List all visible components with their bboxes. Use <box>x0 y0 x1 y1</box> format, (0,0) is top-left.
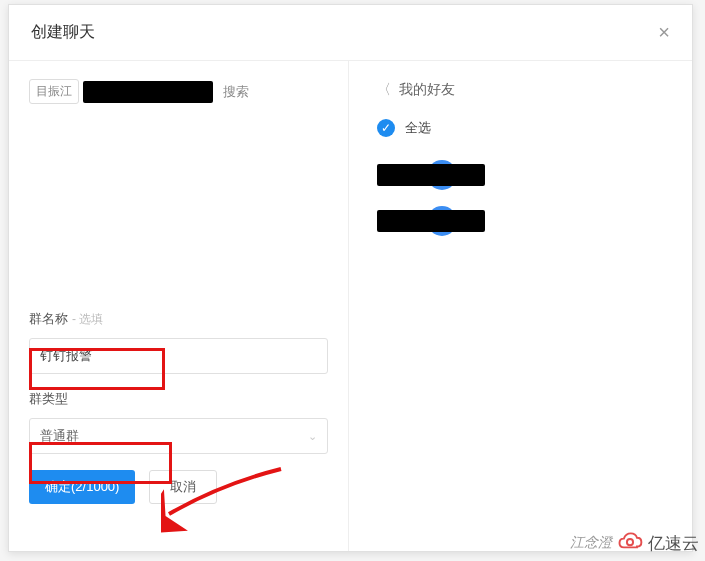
create-chat-dialog: 创建聊天 × 目振江 搜索 群名称- 选填 群类型 普通群 ⌄ 确定(2/100… <box>8 4 693 552</box>
spacer <box>29 114 328 294</box>
checkbox-checked-icon[interactable] <box>377 119 395 137</box>
svg-point-0 <box>627 539 633 545</box>
action-row: 确定(2/1000) 取消 <box>29 470 328 504</box>
chevron-left-icon: 〈 <box>377 81 391 99</box>
cloud-logo-icon <box>616 529 644 557</box>
friend-item[interactable] <box>377 161 664 189</box>
group-type-value: 普通群 <box>40 427 79 445</box>
group-name-label: 群名称- 选填 <box>29 310 328 328</box>
selected-contact-chip[interactable]: 目振江 <box>29 79 79 104</box>
group-type-label: 群类型 <box>29 390 328 408</box>
redacted-content <box>377 210 485 232</box>
group-name-input[interactable] <box>29 338 328 374</box>
select-all-row[interactable]: 全选 <box>377 119 664 137</box>
search-row: 目振江 搜索 <box>29 79 328 104</box>
search-input[interactable]: 搜索 <box>223 83 249 101</box>
dialog-body: 目振江 搜索 群名称- 选填 群类型 普通群 ⌄ 确定(2/1000) 取消 <box>9 61 692 551</box>
dialog-title: 创建聊天 <box>31 22 95 43</box>
cancel-button[interactable]: 取消 <box>149 470 217 504</box>
group-type-select[interactable]: 普通群 ⌄ <box>29 418 328 454</box>
redacted-content <box>377 164 485 186</box>
watermark-author: 江念澄 <box>570 534 612 552</box>
chevron-down-icon: ⌄ <box>308 430 317 443</box>
redacted-content <box>83 81 213 103</box>
friends-back[interactable]: 〈 我的好友 <box>377 81 664 99</box>
left-panel: 目振江 搜索 群名称- 选填 群类型 普通群 ⌄ 确定(2/1000) 取消 <box>9 61 349 551</box>
friends-title: 我的好友 <box>399 81 455 99</box>
watermark-brand: 亿速云 <box>648 532 699 555</box>
close-button[interactable]: × <box>658 21 670 44</box>
confirm-button[interactable]: 确定(2/1000) <box>29 470 135 504</box>
right-panel: 〈 我的好友 全选 <box>349 61 692 551</box>
select-all-label: 全选 <box>405 119 431 137</box>
dialog-header: 创建聊天 × <box>9 5 692 61</box>
watermark: 江念澄 亿速云 <box>570 529 699 557</box>
friend-item[interactable] <box>377 207 664 235</box>
